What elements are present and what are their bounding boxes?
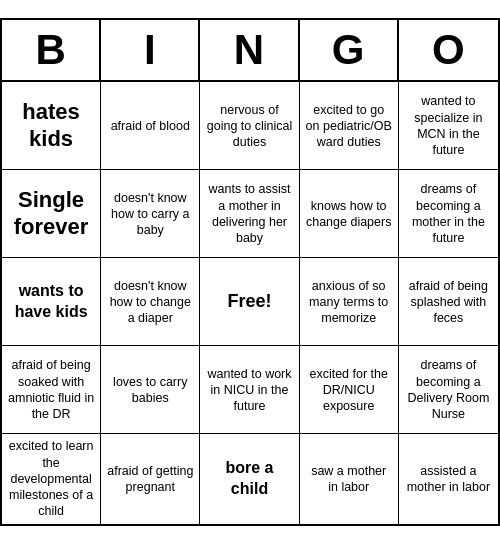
bingo-cell-18: excited for the DR/NICU exposure: [300, 346, 399, 434]
bingo-letter-b: B: [2, 20, 101, 80]
bingo-letter-i: I: [101, 20, 200, 80]
bingo-cell-21: afraid of getting pregnant: [101, 434, 200, 523]
bingo-cell-8: knows how to change diapers: [300, 170, 399, 258]
bingo-cell-23: saw a mother in labor: [300, 434, 399, 523]
bingo-cell-3: excited to go on pediatric/OB ward dutie…: [300, 82, 399, 170]
bingo-letter-n: N: [200, 20, 299, 80]
bingo-cell-12: Free!: [200, 258, 299, 346]
bingo-cell-7: wants to assist a mother in delivering h…: [200, 170, 299, 258]
bingo-cell-1: afraid of blood: [101, 82, 200, 170]
bingo-cell-20: excited to learn the developmental miles…: [2, 434, 101, 523]
bingo-cell-6: doesn't know how to carry a baby: [101, 170, 200, 258]
bingo-cell-11: doesn't know how to change a diaper: [101, 258, 200, 346]
bingo-cell-19: dreams of becoming a Delivery Room Nurse: [399, 346, 498, 434]
bingo-letter-g: G: [300, 20, 399, 80]
bingo-cell-9: dreams of becoming a mother in the futur…: [399, 170, 498, 258]
bingo-cell-0: hates kids: [2, 82, 101, 170]
bingo-cell-4: wanted to specialize in MCN in the futur…: [399, 82, 498, 170]
bingo-cell-17: wanted to work in NICU in the future: [200, 346, 299, 434]
bingo-cell-10: wants to have kids: [2, 258, 101, 346]
bingo-cell-5: Single forever: [2, 170, 101, 258]
bingo-header: BINGO: [2, 20, 498, 82]
bingo-cell-14: afraid of being splashed with feces: [399, 258, 498, 346]
bingo-cell-22: bore a child: [200, 434, 299, 523]
bingo-cell-24: assisted a mother in labor: [399, 434, 498, 523]
bingo-cell-16: loves to carry babies: [101, 346, 200, 434]
bingo-grid: hates kidsafraid of bloodnervous of goin…: [2, 82, 498, 523]
bingo-letter-o: O: [399, 20, 498, 80]
bingo-cell-13: anxious of so many terms to memorize: [300, 258, 399, 346]
bingo-cell-15: afraid of being soaked with amniotic flu…: [2, 346, 101, 434]
bingo-card: BINGO hates kidsafraid of bloodnervous o…: [0, 18, 500, 525]
bingo-cell-2: nervous of going to clinical duties: [200, 82, 299, 170]
